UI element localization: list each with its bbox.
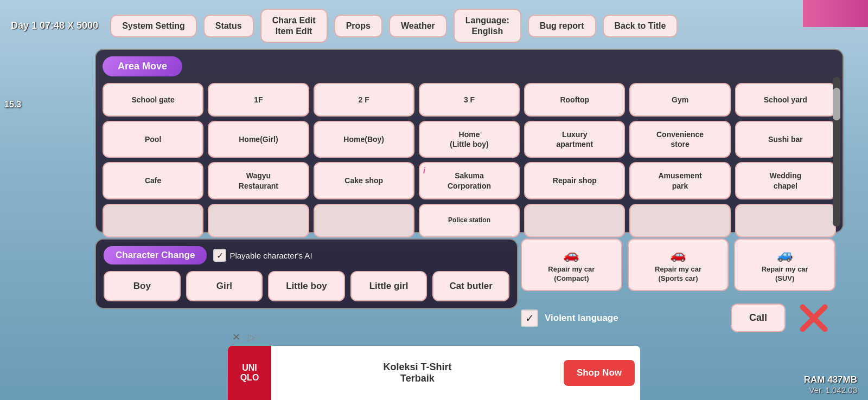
area-school-gate[interactable]: School gate <box>103 83 203 117</box>
area-repair-shop[interactable]: Repair shop <box>524 162 625 199</box>
repair-sports-label: Repair my car(Sports car) <box>655 265 701 282</box>
scrollbar-thumb[interactable] <box>833 88 840 120</box>
area-move-panel: Area Move School gate 1F 2 F 3 F Rooftop… <box>95 49 844 233</box>
area-2f[interactable]: 2 F <box>314 83 414 117</box>
area-cake-shop[interactable]: Cake shop <box>314 162 414 199</box>
day-info: Day 1 07:48 X 5000 <box>11 20 98 31</box>
weather-button[interactable]: Weather <box>389 15 447 37</box>
ad-text: Koleksi T-ShirtTerbaik <box>271 362 564 384</box>
area-grid: School gate 1F 2 F 3 F Rooftop Gym Schoo… <box>103 83 836 237</box>
character-buttons: Boy Girl Little boy Little girl Cat butl… <box>104 271 509 301</box>
top-right-accent <box>803 0 868 27</box>
ad-play-icon[interactable]: ▷ <box>248 331 256 343</box>
repair-panel: 🚗 Repair my car(Compact) 🚗 Repair my car… <box>521 238 835 340</box>
area-luxury-apartment[interactable]: Luxuryapartment <box>524 121 625 158</box>
repair-suv-button[interactable]: 🚙 Repair my car(SUV) <box>734 238 835 291</box>
violent-language-checkbox[interactable]: ✓ <box>521 309 538 327</box>
repair-sports-button[interactable]: 🚗 Repair my car(Sports car) <box>628 238 729 291</box>
area-home-girl[interactable]: Home(Girl) <box>208 121 309 158</box>
character-change-panel: Character Change ✓ Playable character's … <box>95 238 518 309</box>
repair-suv-label: Repair my car(SUV) <box>762 265 808 282</box>
repair-compact-button[interactable]: 🚗 Repair my car(Compact) <box>521 238 622 291</box>
violent-language-row: ✓ Violent language Call <box>521 296 835 340</box>
close-button[interactable] <box>792 296 835 340</box>
violent-language-label: Violent language <box>545 313 618 324</box>
area-wagyu-restaurant[interactable]: WagyuRestaurant <box>208 162 309 199</box>
props-button[interactable]: Props <box>334 15 382 37</box>
chara-edit-button[interactable]: Chara EditItem Edit <box>260 9 328 42</box>
stat-15-3: 15.3 <box>0 98 25 112</box>
bottom-right-info: RAM 437MB Ver. 1.042.03 <box>804 375 857 395</box>
char-boy-button[interactable]: Boy <box>104 271 181 301</box>
system-setting-button[interactable]: System Setting <box>110 15 197 37</box>
version-info: Ver. 1.042.03 <box>804 385 857 395</box>
area-rooftop[interactable]: Rooftop <box>524 83 625 117</box>
top-bar: Day 1 07:48 X 5000 System Setting Status… <box>0 0 868 51</box>
car-suv-icon: 🚙 <box>741 246 829 263</box>
area-1f[interactable]: 1F <box>208 83 309 117</box>
bug-report-button[interactable]: Bug report <box>528 15 596 37</box>
call-button[interactable]: Call <box>731 304 786 332</box>
area-home-boy[interactable]: Home(Boy) <box>314 121 414 158</box>
playable-ai-checkbox[interactable]: ✓ <box>213 249 226 262</box>
area-row4-6[interactable] <box>629 204 730 237</box>
character-change-button[interactable]: Character Change <box>104 246 207 264</box>
char-header: Character Change ✓ Playable character's … <box>104 246 509 264</box>
repair-compact-label: Repair my car(Compact) <box>548 265 595 282</box>
area-amusement-park[interactable]: Amusementpark <box>629 162 730 199</box>
area-row4-1[interactable] <box>103 204 203 237</box>
area-wedding-chapel[interactable]: Weddingchapel <box>735 162 836 199</box>
area-home-little-boy[interactable]: Home(Little boy) <box>419 121 520 158</box>
sakuma-i-icon: i <box>423 165 425 177</box>
area-school-yard[interactable]: School yard <box>735 83 836 117</box>
ad-banner: UNIQLO Koleksi T-ShirtTerbaik Shop Now <box>228 346 640 400</box>
area-police-station[interactable]: Police station <box>419 204 520 237</box>
ad-close-button[interactable]: ✕ <box>228 328 245 346</box>
uniqlo-logo: UNIQLO <box>234 358 266 388</box>
car-compact-icon: 🚗 <box>527 246 616 263</box>
back-to-title-button[interactable]: Back to Title <box>603 15 678 37</box>
status-button[interactable]: Status <box>203 15 254 37</box>
ram-info: RAM 437MB <box>804 375 857 385</box>
char-girl-button[interactable]: Girl <box>186 271 263 301</box>
area-row4-5[interactable] <box>524 204 625 237</box>
area-sakuma-corporation[interactable]: iSakumaCorporation <box>419 162 520 199</box>
char-cat-butler-button[interactable]: Cat butler <box>432 271 509 301</box>
panel-scrollbar[interactable] <box>833 77 840 227</box>
area-row4-7[interactable] <box>735 204 836 237</box>
area-sushi-bar[interactable]: Sushi bar <box>735 121 836 158</box>
area-gym[interactable]: Gym <box>629 83 730 117</box>
area-convenience-store[interactable]: Conveniencestore <box>629 121 730 158</box>
area-move-button[interactable]: Area Move <box>103 56 182 76</box>
area-row4-3[interactable] <box>314 204 414 237</box>
char-little-girl-button[interactable]: Little girl <box>350 271 427 301</box>
area-3f[interactable]: 3 F <box>419 83 520 117</box>
language-button[interactable]: Language:English <box>454 9 521 42</box>
area-cafe[interactable]: Cafe <box>103 162 203 199</box>
area-pool[interactable]: Pool <box>103 121 203 158</box>
left-side-ui: 15.3 <box>0 98 25 112</box>
area-row4-2[interactable] <box>208 204 309 237</box>
repair-cars: 🚗 Repair my car(Compact) 🚗 Repair my car… <box>521 238 835 291</box>
car-sports-icon: 🚗 <box>634 246 723 263</box>
char-little-boy-button[interactable]: Little boy <box>268 271 345 301</box>
close-x-icon <box>794 299 833 338</box>
ad-shop-now-button[interactable]: Shop Now <box>564 360 635 386</box>
playable-ai-label: Playable character's AI <box>229 251 312 260</box>
playable-ai-checkbox-wrap: ✓ Playable character's AI <box>213 249 312 262</box>
